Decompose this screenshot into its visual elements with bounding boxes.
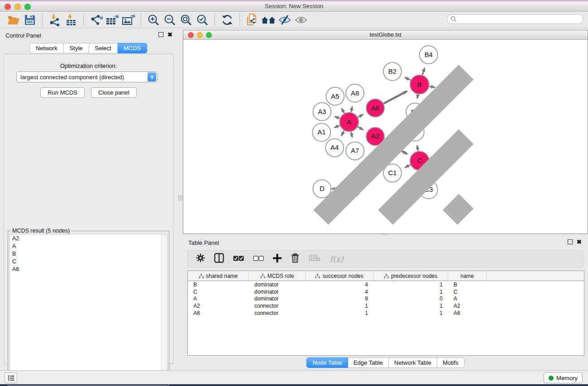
table-row[interactable]: A dominator 8 0 A	[188, 295, 584, 302]
task-history-button[interactable]	[5, 372, 17, 383]
apply-layout-icon[interactable]	[219, 13, 235, 27]
list-item[interactable]: A6	[10, 265, 167, 273]
network-canvas[interactable]: AA1A2A3A4A5A6A7A8BB1B2B3B4CC1C2C3C4DD1	[183, 40, 588, 234]
show-panel-icon[interactable]	[293, 13, 309, 27]
delete-columns-icon[interactable]	[291, 253, 300, 265]
column-header-predecessor-nodes[interactable]: predecessor nodes	[373, 271, 448, 281]
list-item[interactable]: A2	[10, 234, 167, 242]
save-session-icon[interactable]	[22, 13, 38, 27]
column-header-shared-name[interactable]: shared name	[188, 271, 249, 281]
column-hierarchy-icon	[199, 274, 204, 278]
network-title: testGlobe.txt	[369, 32, 401, 38]
column-header-mcds-role[interactable]: MCDS role	[249, 271, 306, 281]
criterion-dropdown[interactable]: largest connected component (directed)	[16, 71, 158, 82]
tab-mcds[interactable]: MCDS	[118, 43, 147, 53]
optimization-criterion-label: Optimization criterion:	[4, 62, 173, 69]
control-panel: Control Panel ✖ Network Style Select MCD…	[0, 28, 177, 370]
tab-edge-table[interactable]: Edge Table	[348, 357, 389, 368]
network-window-controls	[188, 32, 212, 38]
tab-network-table[interactable]: Network Table	[389, 357, 437, 368]
open-file-icon[interactable]	[5, 13, 22, 27]
list-scrollbar[interactable]	[161, 234, 167, 383]
unselect-all-columns-icon[interactable]	[253, 255, 264, 263]
zoom-out-icon[interactable]	[162, 13, 178, 27]
column-hierarchy-icon	[384, 274, 389, 278]
column-header-name[interactable]: name	[448, 271, 487, 281]
app-title: Session: New Session	[265, 3, 323, 10]
hide-panel-icon[interactable]	[277, 13, 293, 27]
delete-table-icon	[309, 254, 320, 263]
show-columns-icon[interactable]	[214, 253, 224, 265]
export-network-icon[interactable]	[88, 13, 104, 27]
memory-label: Memory	[556, 375, 578, 381]
import-network-icon[interactable]	[47, 13, 63, 27]
maximize-network-button[interactable]	[206, 32, 212, 38]
close-panel-button[interactable]: Close panel	[91, 87, 137, 98]
toolbar-separator	[141, 14, 141, 26]
close-window-button[interactable]	[5, 4, 11, 10]
mcds-tab-content: Optimization criterion: largest connecte…	[4, 54, 173, 364]
toolbar-separator	[42, 14, 43, 26]
zoom-in-icon[interactable]	[145, 13, 162, 27]
close-panel-icon[interactable]: ✖	[577, 239, 582, 244]
mcds-result-list[interactable]: A2 A B C A6	[10, 234, 167, 384]
float-panel-icon[interactable]	[568, 239, 573, 244]
node-table[interactable]: shared name MCDS role successor nodes pr…	[187, 271, 584, 356]
table-type-tabs: Node Table Edge Table Network Table Moti…	[183, 357, 588, 368]
table-panel: Table Panel ✖ f(x) sha	[183, 235, 588, 369]
tab-motifs[interactable]: Motifs	[437, 357, 464, 368]
function-builder-icon: f(x)	[330, 254, 344, 264]
clone-network-icon[interactable]	[244, 13, 260, 27]
window-controls	[5, 4, 31, 10]
table-row[interactable]: A2 connector 1 1 A2	[188, 302, 584, 310]
toolbar-separator	[215, 14, 215, 26]
tab-style[interactable]: Style	[64, 43, 89, 53]
run-mcds-button[interactable]: Run MCDS	[40, 87, 85, 98]
tab-select[interactable]: Select	[89, 43, 118, 53]
search-field[interactable]	[457, 15, 572, 23]
settings-gear-icon[interactable]	[196, 253, 205, 264]
zoom-fit-icon[interactable]	[178, 13, 194, 27]
memory-status-icon	[549, 376, 554, 381]
status-bar: Memory	[0, 370, 588, 384]
column-hierarchy-icon	[315, 274, 320, 278]
list-item[interactable]: C	[10, 257, 167, 265]
table-panel-title: Table Panel	[188, 239, 219, 246]
search-input[interactable]	[447, 14, 583, 24]
tab-node-table[interactable]: Node Table	[306, 357, 348, 368]
close-network-button[interactable]	[188, 32, 194, 38]
export-table-icon[interactable]	[104, 13, 120, 27]
main-toolbar	[0, 12, 588, 28]
toolbar-separator	[83, 14, 84, 26]
control-panel-tabs: Network Style Select MCDS	[0, 43, 177, 53]
dropdown-stepper-icon	[148, 72, 156, 81]
import-table-icon[interactable]	[63, 13, 79, 27]
list-icon	[8, 375, 14, 381]
export-image-icon[interactable]	[120, 13, 137, 27]
toolbar-separator	[239, 14, 240, 26]
minimize-window-button[interactable]	[14, 4, 21, 10]
criterion-value: largest connected component (directed)	[17, 74, 148, 81]
mcds-result-title: MCDS result (5 nodes)	[10, 228, 72, 234]
create-column-icon[interactable]	[273, 254, 282, 264]
float-panel-icon[interactable]	[158, 32, 163, 37]
close-panel-icon[interactable]: ✖	[167, 32, 172, 37]
select-all-columns-icon[interactable]	[233, 255, 244, 263]
memory-button[interactable]: Memory	[544, 372, 583, 383]
resize-grip-icon[interactable]	[183, 40, 588, 234]
zoom-selected-icon[interactable]	[194, 13, 210, 27]
table-row[interactable]: B dominator 4 1 B	[188, 281, 584, 288]
tab-network[interactable]: Network	[29, 43, 64, 53]
first-neighbors-icon[interactable]	[260, 13, 277, 27]
list-item[interactable]: A	[10, 242, 167, 250]
control-panel-controls: ✖	[158, 32, 172, 37]
network-window-titlebar: testGlobe.txt	[183, 30, 588, 40]
maximize-window-button[interactable]	[24, 4, 31, 10]
list-item[interactable]: B	[10, 250, 167, 257]
column-header-successor-nodes[interactable]: successor nodes	[306, 271, 373, 281]
minimize-network-button[interactable]	[197, 32, 203, 38]
table-toolbar: f(x)	[187, 250, 583, 267]
table-panel-controls: ✖	[568, 239, 582, 244]
table-row[interactable]: C dominator 4 1 C	[188, 288, 584, 295]
table-row[interactable]: A6 connector 1 1 A6	[188, 310, 584, 317]
